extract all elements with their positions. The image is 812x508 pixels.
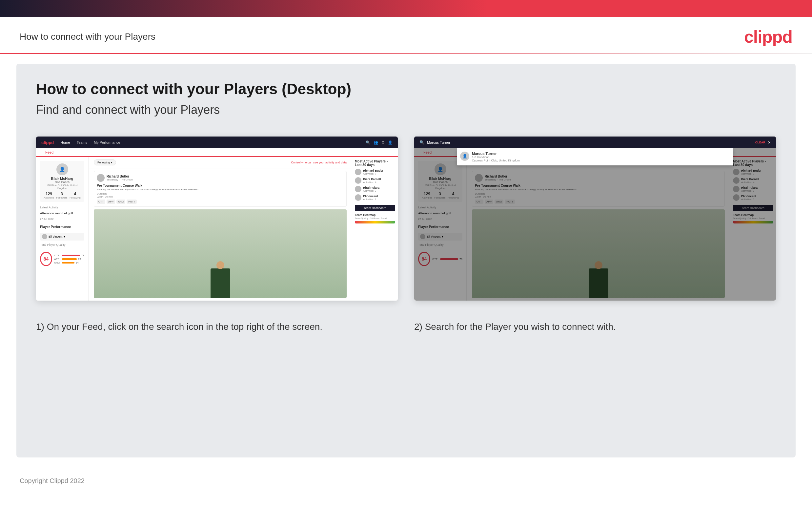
most-active-title: Most Active Players - Last 30 days (355, 160, 395, 167)
settings-icon[interactable]: ⚙ (381, 140, 385, 145)
latest-activity-name-2: Afternoon round of golf (418, 212, 463, 215)
avatar: 👤 (56, 163, 68, 175)
player-avatar-4 (355, 194, 362, 201)
player-row-4: Eli Vincent Activities: 1 (355, 194, 395, 201)
tag-arg: ARG (116, 200, 125, 204)
following-button[interactable]: Following ▾ (94, 160, 116, 165)
right-panel-1: Most Active Players - Last 30 days Richa… (352, 157, 398, 301)
activity-avatar (97, 174, 105, 182)
search-icon[interactable]: 🔍 (366, 140, 370, 145)
people-icon[interactable]: 👥 (374, 140, 378, 145)
search-input-overlay[interactable]: Marcus Turner (427, 140, 753, 144)
activity-user-name: Richard Butler (107, 175, 133, 178)
tab-feed-2: Feed (420, 148, 435, 157)
profile-stats: 129 Activities 3 Followers 4 Following (43, 192, 82, 199)
top-bar (0, 0, 812, 17)
player-select[interactable]: Eli Vincent ▾ (40, 233, 84, 241)
player-row-3: Hiral Pujara Activities: 3 (355, 186, 395, 192)
result-club: Cypress Point Club, United Kingdom (472, 159, 520, 162)
player-select-avatar (42, 234, 47, 239)
mock-body-1: 👤 Blair McHarg Golf Coach Mill Ride Golf… (36, 157, 398, 301)
footer: Copyright Clippd 2022 (0, 467, 812, 495)
profile-name: Blair McHarg (43, 176, 82, 180)
latest-activity-name: Afternoon round of golf (40, 212, 84, 215)
activity-duration: 02 hr : 00 min (97, 195, 344, 198)
stat-following-2: 4 Following (448, 192, 459, 199)
nav-home[interactable]: Home (60, 140, 70, 144)
ps-avatar-2 (420, 234, 425, 239)
screenshot1: clippd Home Teams My Performance 🔍 👥 ⚙ 👤… (36, 136, 398, 301)
player-select-chevron: ▾ (64, 235, 65, 238)
clear-button[interactable]: CLEAR (755, 141, 765, 144)
result-info: Marcus Turner 1-5 Handicap Cypress Point… (472, 152, 520, 162)
header-divider (0, 53, 812, 54)
player-performance-title: Player Performance (40, 225, 84, 229)
mock-body-2: 👤 Blair McHarg Golf Coach Mill Ride Golf… (414, 157, 776, 301)
bar-arg-fill (62, 262, 75, 263)
result-handicap: 1-5 Handicap (472, 156, 520, 159)
tag-app: APP (107, 200, 115, 204)
profile-card-2: 👤 Blair McHarg Golf Coach Mill Ride Golf… (418, 161, 463, 202)
score-2: 84 (418, 252, 430, 266)
stat-activities: 129 Activities (44, 192, 54, 199)
player-avatar-1 (355, 169, 362, 175)
step1-text: 1) On your Feed, click on the search ico… (36, 320, 398, 333)
activity-user: Richard Butler Yesterday · The Grove (97, 174, 344, 182)
copyright-text: Copyright Clippd 2022 (20, 477, 85, 484)
quality-label: Total Player Quality (40, 243, 84, 247)
section-title: How to connect with your Players (Deskto… (36, 80, 776, 98)
profile-name-2: Blair McHarg (421, 176, 460, 180)
activity-image (94, 209, 347, 298)
feed-header: Following ▾ Control who can see your act… (89, 157, 352, 168)
heatmap-subtitle: Team Quality · 20 Round Trend (355, 217, 395, 219)
profile-role: Golf Coach (43, 180, 82, 184)
page-title: How to connect with your Players (20, 32, 155, 42)
player-avatar-2 (355, 177, 362, 184)
profile-icon[interactable]: 👤 (388, 140, 392, 145)
search-result-dropdown: 👤 Marcus Turner 1-5 Handicap Cypress Poi… (457, 148, 733, 165)
profile-club: Mill Ride Golf Club, United Kingdom (43, 184, 82, 190)
nav-icons: 🔍 👥 ⚙ 👤 (366, 140, 392, 145)
screenshots-row: clippd Home Teams My Performance 🔍 👥 ⚙ 👤… (36, 136, 776, 301)
player-select-name: Eli Vincent (49, 235, 62, 238)
search-icon-overlay: 🔍 (420, 140, 424, 145)
result-avatar: 👤 (460, 152, 469, 161)
tag-ott: OTT (97, 200, 105, 204)
center-panel-2: Following ▾ Control who can see your act… (467, 157, 730, 301)
control-link[interactable]: Control who can see your activity and da… (291, 161, 347, 164)
latest-activity-label: Latest Activity (40, 206, 84, 209)
steps-row: 1) On your Feed, click on the search ico… (36, 320, 776, 333)
header: How to connect with your Players clippd (0, 17, 812, 53)
left-panel-1: 👤 Blair McHarg Golf Coach Mill Ride Golf… (36, 157, 89, 301)
bar-app-fill (62, 258, 77, 260)
activity-date: Yesterday · The Grove (107, 178, 133, 181)
team-dashboard-button[interactable]: Team Dashboard (355, 205, 395, 211)
stat-followers-2: 3 Followers (434, 192, 445, 199)
profile-club-2: Mill Ride Golf Club, United Kingdom (421, 184, 460, 190)
heatmap-title: Team Heatmap (355, 213, 395, 217)
avatar-2: 👤 (434, 163, 446, 175)
nav-teams[interactable]: Teams (77, 140, 87, 144)
stat-followers: 3 Followers (56, 192, 67, 199)
player-select-2: Eli Vincent ▾ (418, 233, 463, 241)
player-info-1: Richard Butler Activities: 7 (363, 169, 395, 175)
mock-logo-1: clippd (41, 140, 54, 145)
bar-ott-fill (62, 255, 80, 256)
profile-role-2: Golf Coach (421, 180, 460, 184)
close-button[interactable]: × (768, 140, 771, 145)
activity-title: Pre Tournament Course Walk (97, 184, 344, 187)
search-result-item[interactable]: 👤 Marcus Turner 1-5 Handicap Cypress Poi… (460, 152, 730, 162)
stat-activities-2: 129 Activities (422, 192, 432, 199)
latest-activity-label-2: Latest Activity (418, 206, 463, 209)
section-subtitle: Find and connect with your Players (36, 103, 776, 117)
nav-my-performance[interactable]: My Performance (94, 140, 121, 144)
logo: clippd (744, 27, 792, 47)
result-name: Marcus Turner (472, 152, 520, 156)
step2-text: 2) Search for the Player you wish to con… (414, 320, 776, 333)
quality-label-2: Total Player Quality (418, 243, 463, 247)
mock-tabs-1: Feed (36, 148, 398, 157)
left-panel-2: 👤 Blair McHarg Golf Coach Mill Ride Golf… (414, 157, 467, 301)
heatmap-bar (355, 221, 395, 223)
player-avatar-3 (355, 186, 362, 192)
tab-feed[interactable]: Feed (41, 148, 57, 157)
